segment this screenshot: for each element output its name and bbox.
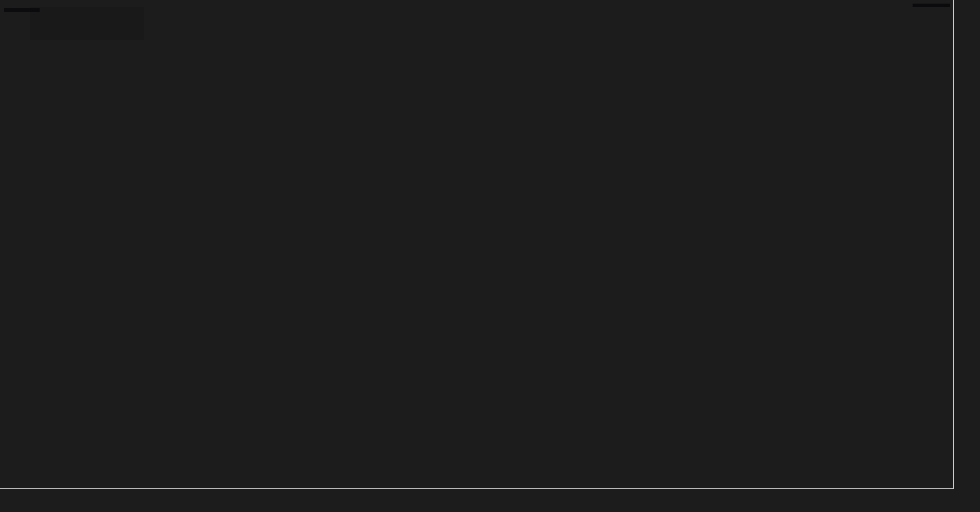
chart-window [0, 0, 980, 512]
pivot-markers-layer [0, 0, 980, 512]
